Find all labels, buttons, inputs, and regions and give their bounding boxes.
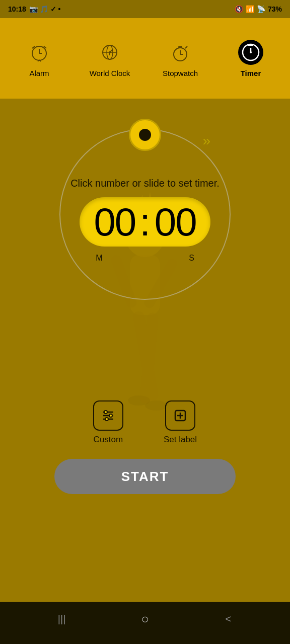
custom-icon: [93, 400, 123, 431]
svg-point-39: [105, 418, 108, 421]
action-buttons: Custom Set label: [93, 400, 197, 445]
custom-button[interactable]: Custom: [93, 400, 123, 445]
stopwatch-label: Stopwatch: [163, 69, 198, 77]
timer-knob-center: [139, 129, 151, 141]
back-icon: <: [225, 613, 231, 625]
minutes-unit-label: M: [96, 254, 102, 263]
nav-menu-button[interactable]: |||: [47, 608, 77, 630]
timer-inner-content: Click number or slide to set timer. 00 :…: [70, 176, 220, 263]
home-icon: ○: [141, 611, 149, 627]
status-indicators: 🔇 📶 📡 73%: [235, 5, 282, 13]
timer-colon: :: [139, 202, 151, 242]
world-clock-label: World Clock: [90, 69, 130, 77]
set-label-icon: [165, 400, 195, 431]
signal-icon: 📡: [257, 5, 265, 13]
svg-rect-24: [132, 310, 159, 401]
menu-icon: |||: [58, 613, 66, 625]
battery-display: 73%: [268, 5, 282, 13]
timer-unit-labels: M S: [70, 254, 220, 263]
alarm-label: Alarm: [29, 69, 49, 77]
world-clock-icon: [97, 40, 122, 65]
custom-label: Custom: [94, 435, 123, 445]
main-content: » Click number or slide to set timer. 00…: [0, 99, 290, 602]
nav-item-timer[interactable]: Timer: [215, 34, 286, 84]
nav-item-stopwatch[interactable]: Stopwatch: [145, 34, 215, 84]
timer-seconds[interactable]: 00: [155, 202, 196, 242]
notification-icons: 📷 🎵 ✓ •: [29, 5, 61, 13]
mute-icon: 🔇: [235, 5, 243, 13]
timer-minutes[interactable]: 00: [94, 202, 135, 242]
svg-point-35: [104, 411, 107, 414]
stopwatch-icon: [168, 40, 193, 65]
bottom-nav: ||| ○ <: [0, 602, 290, 636]
nav-back-button[interactable]: <: [213, 608, 243, 630]
svg-rect-16: [178, 46, 182, 48]
timer-label: Timer: [241, 69, 261, 77]
alarm-icon: [27, 40, 52, 65]
svg-point-37: [109, 414, 112, 417]
svg-point-12: [109, 51, 111, 53]
nav-bar: Alarm World Clock Stopwat: [0, 18, 290, 99]
start-button-wrapper: START: [54, 459, 236, 494]
set-label-text: Set label: [164, 435, 197, 445]
timer-display[interactable]: 00 : 00: [80, 197, 210, 247]
status-bar: 10:18 📷 🎵 ✓ • 🔇 📶 📡 73%: [0, 0, 290, 18]
svg-rect-25: [139, 312, 159, 404]
nav-home-button[interactable]: ○: [130, 608, 160, 630]
timer-knob[interactable]: [129, 119, 161, 151]
svg-point-20: [250, 51, 252, 53]
nav-item-world-clock[interactable]: World Clock: [75, 34, 145, 84]
timer-hint: Click number or slide to set timer.: [70, 176, 220, 190]
timer-circle-area[interactable]: » Click number or slide to set timer. 00…: [49, 119, 241, 310]
timer-icon: [238, 40, 263, 65]
svg-line-17: [185, 46, 187, 48]
seconds-unit-label: S: [189, 254, 194, 263]
nav-item-alarm[interactable]: Alarm: [4, 34, 75, 84]
timer-chevrons: »: [202, 133, 210, 149]
start-button[interactable]: START: [54, 459, 236, 494]
set-label-button[interactable]: Set label: [164, 400, 197, 445]
time-display: 10:18: [8, 5, 26, 13]
wifi-icon: 📶: [246, 5, 254, 13]
status-time: 10:18 📷 🎵 ✓ •: [8, 5, 60, 13]
